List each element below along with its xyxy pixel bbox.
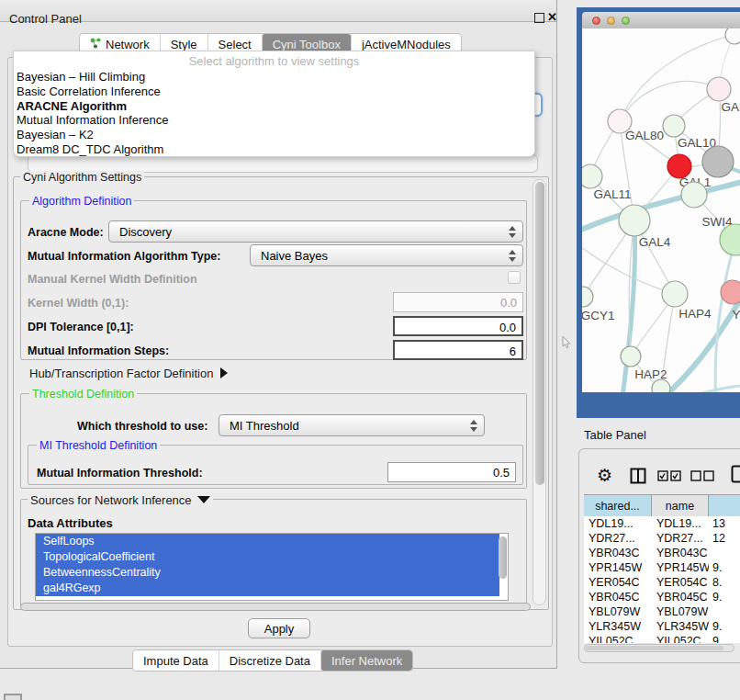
network-node[interactable] (681, 182, 707, 208)
window-minimize-button[interactable] (607, 17, 615, 25)
window-zoom-button[interactable] (622, 17, 630, 25)
mi-type-combobox[interactable]: Naive Bayes (250, 244, 523, 266)
table-cell: YBL079W (652, 604, 709, 619)
table-rows[interactable]: YDL19...YDL19...13YDR27...YDR27...12YBR0… (584, 516, 740, 643)
page-icon[interactable] (731, 465, 740, 483)
threshold-definition-title: Threshold Definition (29, 388, 137, 401)
table-cell: YBL079W (584, 604, 652, 619)
network-canvas[interactable]: GALGAL80GAL10GAL1GAL11SWI4GAL4GCY1HAP4YH… (582, 28, 740, 392)
unchecked-columns-icon[interactable] (690, 470, 714, 481)
tab-label: Network (106, 38, 150, 51)
attribute-list-item[interactable]: BetweennessCentrality (36, 565, 499, 581)
network-node[interactable] (663, 115, 685, 137)
algorithm-dropdown-list: Bayesian – Hill ClimbingBasic Correlatio… (14, 70, 534, 157)
data-attributes-list[interactable]: SelfLoopsTopologicalCoefficientBetweenne… (35, 533, 509, 601)
network-node[interactable] (721, 280, 740, 304)
tab-infer-network[interactable]: Infer Network (320, 650, 412, 671)
table-row[interactable]: YPR145WYPR145W9. (584, 560, 740, 575)
float-window-icon[interactable] (534, 13, 544, 23)
window-close-button[interactable] (592, 17, 600, 25)
table-cell: YBR045C (584, 590, 652, 604)
tab-discretize-data[interactable]: Discretize Data (219, 650, 320, 671)
kernel-width-field[interactable]: 0.0 (393, 292, 523, 312)
table-row[interactable]: YLR345WYLR345W9. (584, 619, 740, 634)
algorithm-option[interactable]: ARACNE Algorithm (14, 99, 534, 114)
mi-threshold-group-title: MI Threshold Definition (37, 439, 160, 452)
table-row[interactable]: YBL079WYBL079W (584, 604, 740, 619)
table-cell: YDL19... (652, 516, 709, 531)
table-cell: 9. (709, 560, 740, 575)
table-row[interactable]: YBR045CYBR045C9. (584, 590, 740, 604)
network-node[interactable] (707, 77, 731, 101)
network-node[interactable] (621, 346, 641, 367)
tab-label: Impute Data (143, 654, 208, 668)
algorithm-option[interactable]: Basic Correlation Inference (14, 85, 534, 99)
table-cell: YBR043C (584, 546, 652, 560)
attribute-list-item[interactable]: gal4RGexp (36, 581, 499, 596)
network-node[interactable] (652, 379, 670, 392)
network-node[interactable] (582, 164, 602, 188)
network-node[interactable] (720, 224, 740, 255)
table-row[interactable]: YDR27...YDR27...12 (584, 531, 740, 546)
network-node[interactable] (702, 146, 734, 177)
table-row[interactable]: YER054CYER054C8. (584, 575, 740, 590)
network-node-label: GAL4 (639, 235, 671, 249)
network-node[interactable] (582, 287, 593, 307)
kernel-width-label: Kernel Width (0,1): (28, 297, 129, 310)
table-row[interactable]: YIL052CYIL052C9 (584, 634, 740, 643)
table-cell: 9. (709, 619, 740, 634)
algorithm-option[interactable]: Bayesian – K2 (14, 128, 534, 142)
table-cell (709, 604, 740, 619)
tab-impute-data[interactable]: Impute Data (133, 650, 219, 671)
gear-icon[interactable]: ⚙ (597, 467, 612, 484)
table-panel-title: Table Panel (584, 428, 646, 442)
table-cell: 9. (709, 590, 740, 604)
column-header-shared[interactable]: shared... (584, 495, 652, 517)
collapse-down-arrow-icon (197, 496, 210, 503)
mi-threshold-label: Mutual Information Threshold: (37, 467, 203, 480)
network-window-titlebar[interactable] (582, 12, 740, 29)
tab-label: Discretize Data (230, 654, 310, 668)
table-cell: YBR043C (652, 546, 709, 560)
mi-steps-field[interactable]: 6 (393, 340, 523, 360)
table-cell: 13 (709, 516, 740, 531)
hub-definition-toggle[interactable]: Hub/Transcription Factor Definition (29, 367, 228, 380)
control-panel-titlebar (0, 0, 556, 22)
table-hscrollbar[interactable] (584, 644, 734, 652)
checked-columns-icon[interactable] (657, 470, 681, 481)
apply-button[interactable]: Apply (248, 618, 310, 638)
column-header-partial[interactable] (709, 495, 740, 517)
column-header-name[interactable]: name (652, 495, 709, 517)
table-cell: YBR045C (652, 590, 709, 604)
attribute-list-item[interactable]: SelfLoops (36, 534, 499, 549)
table-row[interactable]: YBR043CYBR043C (584, 546, 740, 560)
mi-threshold-field[interactable]: 0.5 (387, 462, 516, 482)
stepper-arrows-icon (470, 419, 477, 433)
attributes-scrollbar-thumb[interactable] (499, 536, 507, 579)
table-hscrollbar-thumb[interactable] (586, 646, 723, 650)
table-row[interactable]: YDL19...YDL19...13 (584, 516, 740, 531)
table-cell: 8. (709, 575, 740, 590)
sources-title: Sources for Network Inference (30, 493, 192, 507)
algorithm-option[interactable]: Mutual Information Inference (14, 113, 534, 128)
settings-scrollbar[interactable] (533, 179, 546, 605)
algorithm-option[interactable]: Bayesian – Hill Climbing (14, 70, 534, 85)
settings-hscrollbar[interactable] (20, 603, 531, 611)
which-threshold-combobox[interactable]: MI Threshold (219, 414, 485, 436)
settings-scrollbar-thumb[interactable] (535, 182, 544, 485)
network-node[interactable] (725, 28, 740, 44)
network-node-label: GCY1 (582, 309, 614, 322)
aracne-mode-combobox[interactable]: Discovery (108, 220, 523, 243)
split-view-icon[interactable] (630, 468, 646, 484)
stepper-arrows-icon (509, 225, 516, 239)
network-node[interactable] (662, 281, 688, 307)
attribute-list-item[interactable]: TopologicalCoefficient (36, 549, 499, 565)
manual-kernel-checkbox[interactable] (508, 271, 521, 284)
sources-toggle[interactable]: Sources for Network Inference (28, 493, 213, 507)
dock-icon-partial[interactable] (4, 694, 22, 700)
tab-label: Cyni Toolbox (273, 38, 341, 51)
network-node[interactable] (619, 205, 650, 236)
algorithm-option[interactable]: Dream8 DC_TDC Algorithm (14, 142, 534, 157)
close-icon[interactable]: ✕ (547, 12, 557, 22)
dpi-tolerance-field[interactable]: 0.0 (393, 316, 523, 336)
